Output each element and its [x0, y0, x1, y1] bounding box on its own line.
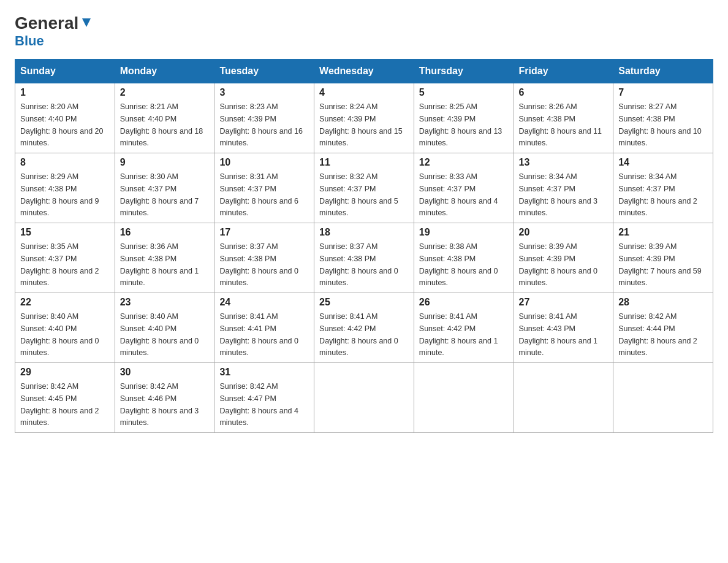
day-number: 19 [419, 227, 509, 238]
day-info: Sunrise: 8:42 AMSunset: 4:47 PMDaylight:… [219, 382, 298, 427]
day-number: 20 [519, 227, 609, 238]
calendar-cell: 20 Sunrise: 8:39 AMSunset: 4:39 PMDaylig… [514, 223, 613, 293]
day-info: Sunrise: 8:25 AMSunset: 4:39 PMDaylight:… [419, 102, 502, 147]
calendar-cell [613, 363, 713, 433]
calendar-week-row: 15 Sunrise: 8:35 AMSunset: 4:37 PMDaylig… [15, 223, 713, 293]
calendar-cell: 26 Sunrise: 8:41 AMSunset: 4:42 PMDaylig… [414, 293, 514, 363]
calendar-cell: 16 Sunrise: 8:36 AMSunset: 4:38 PMDaylig… [115, 223, 214, 293]
logo: General Blue [15, 15, 93, 49]
day-info: Sunrise: 8:39 AMSunset: 4:39 PMDaylight:… [618, 242, 702, 287]
calendar-cell: 15 Sunrise: 8:35 AMSunset: 4:37 PMDaylig… [15, 223, 115, 293]
calendar-cell: 25 Sunrise: 8:41 AMSunset: 4:42 PMDaylig… [314, 293, 414, 363]
calendar-cell: 9 Sunrise: 8:30 AMSunset: 4:37 PMDayligh… [115, 153, 214, 223]
col-header-friday: Friday [514, 59, 613, 83]
day-number: 29 [20, 367, 110, 378]
day-info: Sunrise: 8:23 AMSunset: 4:39 PMDaylight:… [219, 102, 303, 147]
day-info: Sunrise: 8:41 AMSunset: 4:41 PMDaylight:… [219, 312, 298, 357]
day-info: Sunrise: 8:21 AMSunset: 4:40 PMDaylight:… [120, 102, 203, 147]
calendar-cell: 12 Sunrise: 8:33 AMSunset: 4:37 PMDaylig… [414, 153, 514, 223]
calendar-cell: 24 Sunrise: 8:41 AMSunset: 4:41 PMDaylig… [214, 293, 314, 363]
day-number: 3 [219, 87, 309, 98]
day-info: Sunrise: 8:31 AMSunset: 4:37 PMDaylight:… [219, 172, 298, 217]
svg-marker-0 [82, 18, 91, 27]
day-number: 15 [20, 227, 110, 238]
col-header-wednesday: Wednesday [314, 59, 414, 83]
day-info: Sunrise: 8:34 AMSunset: 4:37 PMDaylight:… [519, 172, 598, 217]
calendar-week-row: 8 Sunrise: 8:29 AMSunset: 4:38 PMDayligh… [15, 153, 713, 223]
day-info: Sunrise: 8:35 AMSunset: 4:37 PMDaylight:… [20, 242, 99, 287]
col-header-monday: Monday [115, 59, 214, 83]
calendar-cell: 22 Sunrise: 8:40 AMSunset: 4:40 PMDaylig… [15, 293, 115, 363]
day-info: Sunrise: 8:27 AMSunset: 4:38 PMDaylight:… [618, 102, 702, 147]
calendar-cell: 7 Sunrise: 8:27 AMSunset: 4:38 PMDayligh… [613, 83, 713, 153]
day-info: Sunrise: 8:42 AMSunset: 4:46 PMDaylight:… [120, 382, 199, 427]
calendar-cell: 2 Sunrise: 8:21 AMSunset: 4:40 PMDayligh… [115, 83, 214, 153]
calendar-cell: 28 Sunrise: 8:42 AMSunset: 4:44 PMDaylig… [613, 293, 713, 363]
calendar-cell: 10 Sunrise: 8:31 AMSunset: 4:37 PMDaylig… [214, 153, 314, 223]
day-number: 14 [618, 157, 708, 168]
calendar-week-row: 1 Sunrise: 8:20 AMSunset: 4:40 PMDayligh… [15, 83, 713, 153]
day-info: Sunrise: 8:34 AMSunset: 4:37 PMDaylight:… [618, 172, 697, 217]
calendar-cell: 8 Sunrise: 8:29 AMSunset: 4:38 PMDayligh… [15, 153, 115, 223]
day-info: Sunrise: 8:30 AMSunset: 4:37 PMDaylight:… [120, 172, 199, 217]
day-number: 31 [219, 367, 309, 378]
day-info: Sunrise: 8:32 AMSunset: 4:37 PMDaylight:… [319, 172, 398, 217]
col-header-tuesday: Tuesday [214, 59, 314, 83]
day-number: 28 [618, 297, 708, 308]
calendar-cell [414, 363, 514, 433]
day-info: Sunrise: 8:42 AMSunset: 4:45 PMDaylight:… [20, 382, 99, 427]
calendar-week-row: 22 Sunrise: 8:40 AMSunset: 4:40 PMDaylig… [15, 293, 713, 363]
day-number: 4 [319, 87, 409, 98]
calendar-cell: 11 Sunrise: 8:32 AMSunset: 4:37 PMDaylig… [314, 153, 414, 223]
col-header-sunday: Sunday [15, 59, 115, 83]
day-number: 27 [519, 297, 609, 308]
day-number: 10 [219, 157, 309, 168]
day-number: 30 [120, 367, 210, 378]
logo-general-text: General [15, 15, 78, 32]
calendar-cell: 1 Sunrise: 8:20 AMSunset: 4:40 PMDayligh… [15, 83, 115, 153]
day-info: Sunrise: 8:33 AMSunset: 4:37 PMDaylight:… [419, 172, 498, 217]
day-number: 12 [419, 157, 509, 168]
calendar-cell: 29 Sunrise: 8:42 AMSunset: 4:45 PMDaylig… [15, 363, 115, 433]
calendar-week-row: 29 Sunrise: 8:42 AMSunset: 4:45 PMDaylig… [15, 363, 713, 433]
day-info: Sunrise: 8:38 AMSunset: 4:38 PMDaylight:… [419, 242, 498, 287]
day-info: Sunrise: 8:36 AMSunset: 4:38 PMDaylight:… [120, 242, 199, 287]
day-number: 25 [319, 297, 409, 308]
calendar-cell [514, 363, 613, 433]
day-number: 24 [219, 297, 309, 308]
day-number: 2 [120, 87, 210, 98]
calendar-cell: 17 Sunrise: 8:37 AMSunset: 4:38 PMDaylig… [214, 223, 314, 293]
day-info: Sunrise: 8:26 AMSunset: 4:38 PMDaylight:… [519, 102, 602, 147]
day-number: 11 [319, 157, 409, 168]
logo-triangle-icon [80, 16, 93, 29]
calendar-cell: 23 Sunrise: 8:40 AMSunset: 4:40 PMDaylig… [115, 293, 214, 363]
day-info: Sunrise: 8:40 AMSunset: 4:40 PMDaylight:… [20, 312, 99, 357]
calendar-cell [314, 363, 414, 433]
day-number: 9 [120, 157, 210, 168]
day-info: Sunrise: 8:40 AMSunset: 4:40 PMDaylight:… [120, 312, 199, 357]
day-number: 8 [20, 157, 110, 168]
day-number: 16 [120, 227, 210, 238]
calendar-cell: 30 Sunrise: 8:42 AMSunset: 4:46 PMDaylig… [115, 363, 214, 433]
day-info: Sunrise: 8:37 AMSunset: 4:38 PMDaylight:… [319, 242, 398, 287]
calendar-cell: 18 Sunrise: 8:37 AMSunset: 4:38 PMDaylig… [314, 223, 414, 293]
calendar-cell: 19 Sunrise: 8:38 AMSunset: 4:38 PMDaylig… [414, 223, 514, 293]
day-number: 23 [120, 297, 210, 308]
calendar-cell: 4 Sunrise: 8:24 AMSunset: 4:39 PMDayligh… [314, 83, 414, 153]
logo-blue-text: Blue [15, 33, 44, 49]
day-info: Sunrise: 8:24 AMSunset: 4:39 PMDaylight:… [319, 102, 403, 147]
calendar-header-row: SundayMondayTuesdayWednesdayThursdayFrid… [15, 59, 713, 83]
calendar-table: SundayMondayTuesdayWednesdayThursdayFrid… [15, 59, 713, 433]
day-number: 17 [219, 227, 309, 238]
page-header: General Blue [15, 15, 713, 49]
day-number: 1 [20, 87, 110, 98]
day-number: 18 [319, 227, 409, 238]
day-number: 21 [618, 227, 708, 238]
day-number: 13 [519, 157, 609, 168]
calendar-cell: 6 Sunrise: 8:26 AMSunset: 4:38 PMDayligh… [514, 83, 613, 153]
day-info: Sunrise: 8:20 AMSunset: 4:40 PMDaylight:… [20, 102, 104, 147]
day-info: Sunrise: 8:29 AMSunset: 4:38 PMDaylight:… [20, 172, 99, 217]
calendar-cell: 27 Sunrise: 8:41 AMSunset: 4:43 PMDaylig… [514, 293, 613, 363]
day-number: 6 [519, 87, 609, 98]
day-info: Sunrise: 8:39 AMSunset: 4:39 PMDaylight:… [519, 242, 598, 287]
